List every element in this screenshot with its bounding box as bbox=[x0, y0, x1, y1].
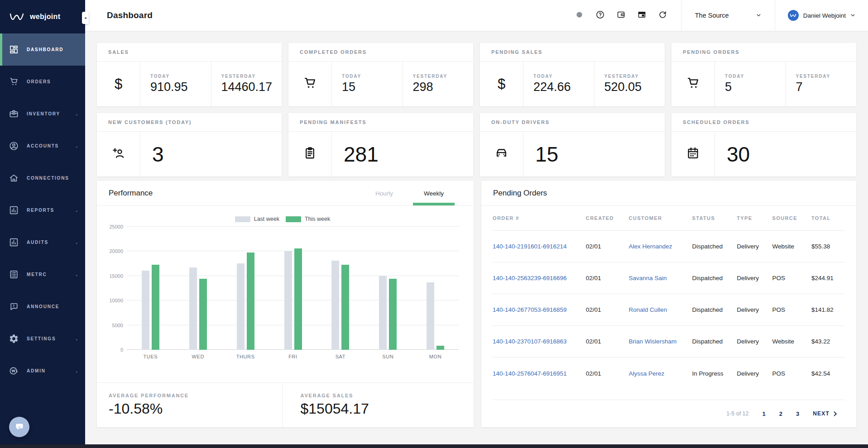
order-source: Website bbox=[772, 338, 811, 345]
stat-card-icon-cell bbox=[288, 62, 332, 106]
sidebar-collapse-toggle[interactable]: ◂ bbox=[82, 12, 89, 24]
dashboard-content: SALES $ TODAY 910.95 YESTERDAY 14460.17 … bbox=[85, 31, 868, 427]
chevron-down-icon: ⌄ bbox=[75, 272, 78, 277]
sidebar-item-connections[interactable]: CONNECTIONS bbox=[0, 162, 85, 194]
order-number-link[interactable]: 140-140-2576047-6916951 bbox=[493, 370, 586, 377]
footer-stat-value: -10.58% bbox=[109, 400, 282, 417]
order-total: $55.38 bbox=[811, 243, 845, 250]
order-status: In Progress bbox=[692, 370, 737, 377]
stat-metric: YESTERDAY 14460.17 bbox=[211, 62, 282, 106]
table-row: 140-140-2563239-6916696 02/01 Savanna Sa… bbox=[493, 262, 845, 294]
tab-hourly[interactable]: Hourly bbox=[370, 181, 398, 205]
pagination-page-2[interactable]: 2 bbox=[779, 410, 782, 417]
cart-icon bbox=[686, 76, 700, 92]
sidebar-item-orders[interactable]: ORDERS bbox=[0, 66, 85, 98]
order-number-link[interactable]: 140-140-2370107-6916863 bbox=[493, 338, 586, 345]
chart-y-axis: 0500010000150002000025000 bbox=[103, 227, 123, 350]
pagination-next-button[interactable]: NEXT bbox=[813, 410, 838, 417]
table-row: 140-140-2191601-6916214 02/01 Alex Herna… bbox=[493, 231, 845, 262]
status-dot-button[interactable] bbox=[571, 7, 588, 24]
order-type: Delivery bbox=[737, 338, 772, 345]
wallet-button[interactable] bbox=[613, 7, 629, 24]
bar-last-week bbox=[331, 261, 339, 350]
stat-metric: TODAY 15 bbox=[332, 62, 403, 106]
order-total: $244.91 bbox=[811, 275, 845, 281]
announce-bubble-icon bbox=[9, 301, 19, 312]
customer-link[interactable]: Brian Wislersham bbox=[628, 338, 692, 345]
stat-metric-value: 7 bbox=[796, 80, 857, 94]
bar-this-week bbox=[199, 279, 207, 350]
sidebar-item-reports[interactable]: REPORTS⌄ bbox=[0, 194, 85, 226]
y-axis-tick: 25000 bbox=[109, 224, 123, 229]
order-total: $42.54 bbox=[811, 370, 845, 377]
dollar-icon: $ bbox=[498, 76, 505, 92]
briefcase-icon bbox=[9, 109, 19, 119]
pagination-page-1[interactable]: 1 bbox=[762, 410, 765, 417]
panel-layout-button[interactable] bbox=[634, 7, 650, 24]
refresh-button[interactable] bbox=[655, 7, 671, 24]
stat-metric-value: 298 bbox=[413, 80, 474, 94]
order-status: Dispatched bbox=[692, 338, 737, 345]
orders-table-head: ORDER #CREATEDCUSTOMERSTATUSTYPESOURCETO… bbox=[493, 206, 845, 231]
sidebar-item-admin[interactable]: ADMIN⌄ bbox=[0, 355, 85, 387]
order-number-link[interactable]: 140-140-2563239-6916696 bbox=[493, 275, 586, 281]
table-row: 140-140-2677053-6916859 02/01 Ronald Cul… bbox=[493, 294, 845, 326]
sidebar-item-audits[interactable]: AUDITS⌄ bbox=[0, 226, 85, 258]
summary-cards-row: NEW CUSTOMERS (TODAY) 3 PENDING MANIFEST… bbox=[97, 113, 856, 176]
tab-weekly[interactable]: Weekly bbox=[418, 181, 449, 205]
y-axis-tick: 15000 bbox=[109, 273, 123, 279]
customer-link[interactable]: Alyssa Perez bbox=[628, 370, 692, 377]
page-title: Dashboard bbox=[107, 10, 153, 20]
stat-metric-value: 224.66 bbox=[533, 80, 594, 94]
brand-name: webjoint bbox=[30, 13, 60, 21]
sidebar-item-settings[interactable]: SETTINGS⌄ bbox=[0, 323, 85, 355]
status-dot-icon bbox=[575, 10, 584, 21]
chevron-down-icon: ⌄ bbox=[75, 369, 78, 373]
column-header: STATUS bbox=[692, 215, 737, 221]
brand-logo: webjoint bbox=[0, 0, 85, 33]
summary-card: PENDING MANIFESTS 281 bbox=[288, 113, 473, 176]
avatar bbox=[788, 10, 799, 21]
pagination-page-3[interactable]: 3 bbox=[796, 410, 799, 417]
sidebar-item-dashboard[interactable]: DASHBOARD bbox=[0, 33, 85, 66]
order-created: 02/01 bbox=[586, 243, 629, 250]
bar-group bbox=[269, 227, 317, 350]
chevron-down-icon: ⌄ bbox=[75, 144, 78, 148]
order-created: 02/01 bbox=[586, 306, 629, 313]
chat-fab-button[interactable] bbox=[9, 417, 29, 437]
customer-link[interactable]: Alex Hernandez bbox=[628, 243, 692, 250]
table-row: 140-140-2370107-6916863 02/01 Brian Wisl… bbox=[493, 326, 845, 357]
help-button[interactable] bbox=[592, 7, 609, 24]
stat-metric-label: TODAY bbox=[150, 74, 211, 79]
sidebar-item-announce[interactable]: ANNOUNCE bbox=[0, 291, 85, 323]
order-number-link[interactable]: 140-140-2191601-6916214 bbox=[493, 243, 586, 250]
pending-orders-panel: Pending Orders ORDER #CREATEDCUSTOMERSTA… bbox=[481, 181, 856, 427]
summary-card: ON-DUTY DRIVERS 15 bbox=[480, 113, 665, 176]
sidebar-item-metrc[interactable]: METRC⌄ bbox=[0, 258, 85, 291]
table-row: 140-140-2576047-6916951 02/01 Alyssa Per… bbox=[493, 357, 845, 389]
customer-link[interactable]: Ronald Cullen bbox=[628, 306, 692, 313]
chevron-down-icon bbox=[850, 12, 855, 19]
stat-card: SALES $ TODAY 910.95 YESTERDAY 14460.17 bbox=[97, 43, 282, 106]
sidebar-item-accounts[interactable]: ACCOUNTS⌄ bbox=[0, 130, 85, 162]
gear-icon bbox=[9, 334, 19, 344]
customer-link[interactable]: Savanna Sain bbox=[628, 275, 692, 281]
legend-item: This week bbox=[286, 216, 330, 222]
user-menu[interactable]: Daniel Webjoint bbox=[775, 0, 868, 31]
location-selector[interactable]: The Source bbox=[681, 0, 775, 31]
person-add-icon bbox=[111, 146, 126, 162]
x-axis-label: FRI bbox=[269, 354, 317, 359]
stat-cards-row: SALES $ TODAY 910.95 YESTERDAY 14460.17 … bbox=[97, 43, 856, 106]
order-number-link[interactable]: 140-140-2677053-6916859 bbox=[493, 306, 586, 313]
topbar: Dashboard The Source Daniel Webjoint bbox=[85, 0, 868, 31]
chat-bubble-icon bbox=[14, 421, 25, 433]
stat-card: PENDING SALES $ TODAY 224.66 YESTERDAY 5… bbox=[480, 43, 665, 106]
chevron-down-icon: ⌄ bbox=[75, 208, 78, 213]
summary-card-icon-cell bbox=[288, 132, 332, 176]
stat-metric-label: TODAY bbox=[342, 74, 403, 79]
column-header: SOURCE bbox=[772, 215, 811, 221]
sidebar-item-inventory[interactable]: INVENTORY⌄ bbox=[0, 98, 85, 130]
stat-metric-label: YESTERDAY bbox=[413, 74, 474, 79]
order-status: Dispatched bbox=[692, 243, 737, 250]
bar-this-week bbox=[341, 265, 349, 350]
